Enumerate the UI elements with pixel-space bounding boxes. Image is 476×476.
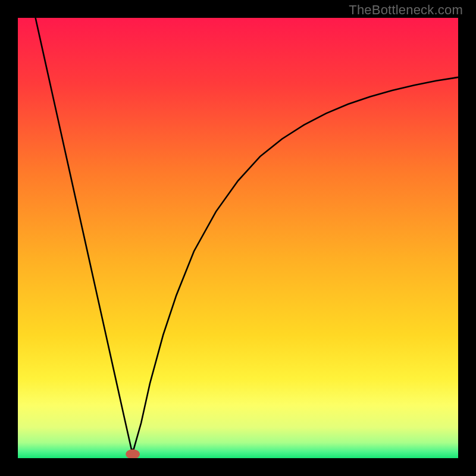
watermark-text: TheBottleneck.com — [349, 2, 463, 18]
chart-frame: TheBottleneck.com — [0, 0, 476, 476]
plot-area — [18, 18, 458, 458]
chart-svg — [18, 18, 458, 458]
